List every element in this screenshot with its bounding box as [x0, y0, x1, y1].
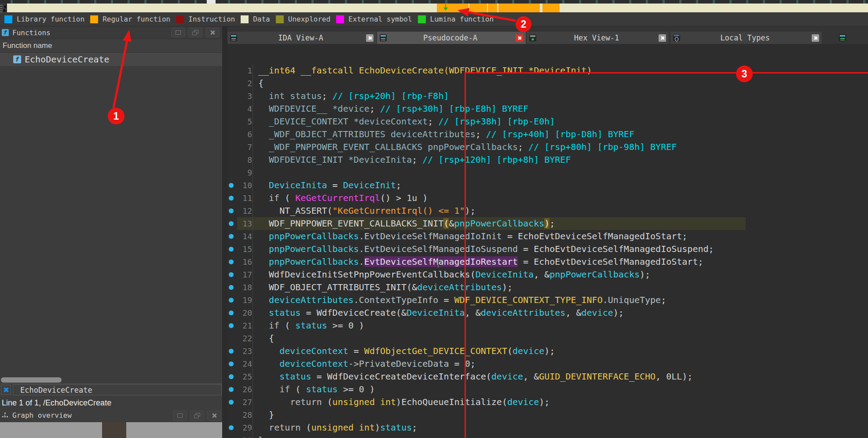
code-line-29[interactable]: 29 return (unsigned int)status;: [227, 421, 746, 434]
navband-segment[interactable]: [488, 4, 497, 12]
line-number: 24: [237, 358, 252, 370]
code-line-23[interactable]: 23 deviceContext = WdfObjectGet_DEVICE_C…: [227, 345, 746, 358]
line-number: 18: [237, 281, 252, 294]
line-number: 3: [237, 90, 252, 102]
tab-local-types[interactable]: Local Types: [670, 32, 822, 44]
code-token: _WDF_PNPPOWER_EVENT_CALLBACKS pnpPowerCa…: [258, 142, 518, 152]
code-line-10[interactable]: 10 DeviceInita = DeviceInit;: [227, 179, 746, 192]
close-button[interactable]: [207, 411, 221, 420]
code-line-25[interactable]: 25 status = WdfDeviceCreateDeviceInterfa…: [227, 370, 746, 383]
function-name-column-header[interactable]: Function name: [0, 39, 222, 53]
code-line-30[interactable]: 30}: [227, 434, 746, 438]
code-line-28[interactable]: 28 }: [227, 409, 746, 421]
navigation-band[interactable]: [7, 4, 868, 12]
code-token: 0: [359, 384, 364, 394]
code-token: pnpPowerCallbacks: [269, 244, 359, 254]
tab-hex-view-1[interactable]: Hex View-1: [527, 32, 669, 44]
code-line-12[interactable]: 12 NT_ASSERT("KeGetCurrentIrql() <= 1");: [227, 204, 746, 217]
code-token: &: [449, 218, 454, 229]
code-line-26[interactable]: 26 if ( status >= 0 ): [227, 383, 746, 396]
code-line-2[interactable]: 2{: [227, 77, 746, 90]
line-number: 8: [237, 153, 252, 166]
line-mark-dot-icon: [229, 208, 234, 213]
code-line-21[interactable]: 21 if ( status >= 0 ): [227, 319, 746, 332]
document-tab-bar: IDA View-APseudocode-AHex View-1Local Ty…: [227, 32, 868, 44]
function-list-empty-area[interactable]: [0, 66, 222, 384]
code-line-9[interactable]: 9: [227, 166, 746, 179]
line-number: 22: [237, 332, 252, 345]
code-token: );: [539, 397, 549, 407]
code-token: pnpPowerCallbacks: [549, 269, 640, 280]
pseudocode-view[interactable]: 1__int64 __fastcall EchoDeviceCreate(WDF…: [227, 44, 868, 438]
code-line-22[interactable]: 22 {: [227, 332, 746, 345]
navband-segment[interactable]: [437, 4, 469, 12]
restore-button[interactable]: [188, 28, 202, 37]
tab-pseudocode-a[interactable]: Pseudocode-A: [377, 32, 526, 44]
dock-button[interactable]: [171, 28, 185, 37]
code-line-11[interactable]: 11 if ( KeGetCurrentIrql() > 1u ): [227, 192, 746, 204]
color-legend: Library functionRegular functionInstruct…: [0, 12, 868, 26]
code-token: .: [359, 256, 364, 267]
close-view-icon[interactable]: [1, 385, 11, 395]
code-line-18[interactable]: 18 WDF_OBJECT_ATTRIBUTES_INIT(&deviceAtt…: [227, 281, 746, 294]
code-line-4[interactable]: 4 WDFDEVICE__ *device; // [rsp+30h] [rbp…: [227, 102, 746, 115]
tab-close-icon[interactable]: [812, 34, 819, 42]
bottom-tab-echodevicecreate[interactable]: EchoDeviceCreate: [13, 384, 222, 395]
code-token: ;: [476, 129, 486, 139]
scroll-left-icon[interactable]: [4, 5, 6, 8]
tab-label: Local Types: [680, 33, 810, 42]
legend-item-data: Data: [241, 15, 270, 23]
code-token: 0LL: [666, 371, 682, 382]
code-line-17[interactable]: 17 WdfDeviceInitSetPnpPowerEventCallback…: [227, 268, 746, 281]
tab-close-icon[interactable]: [659, 34, 666, 42]
navband-segment[interactable]: [498, 4, 540, 12]
line-number: 9: [237, 166, 252, 179]
legend-item-external-symbol: External symbol: [336, 15, 412, 23]
navband-segment[interactable]: [542, 4, 560, 12]
line-mark-dot-icon: [229, 196, 234, 201]
code-line-24[interactable]: 24 deviceContext->PrivateDeviceData = 0;: [227, 358, 746, 370]
code-token: [258, 180, 269, 190]
code-token: DeviceInita: [269, 180, 327, 190]
code-line-19[interactable]: 19 deviceAttributes.ContextTypeInfo = WD…: [227, 294, 746, 307]
legend-label: Library function: [17, 15, 84, 23]
code-token: // [rsp+40h] [rbp-D8h] BYREF: [486, 129, 634, 139]
scroll-right-icon[interactable]: [4, 9, 6, 12]
code-line-5[interactable]: 5 _DEVICE_CONTEXT *deviceContext; // [rs…: [227, 115, 746, 128]
code-line-20[interactable]: 20 status = WdfDeviceCreate(&DeviceInita…: [227, 307, 746, 319]
code-line-6[interactable]: 6 _WDF_OBJECT_ATTRIBUTES deviceAttribute…: [227, 128, 746, 141]
navband-scroll-arrows[interactable]: [3, 4, 7, 12]
legend-label: Unexplored: [288, 15, 330, 23]
scrollbar-thumb[interactable]: [1, 377, 62, 383]
code-token: anagedIoRestart: [438, 256, 518, 267]
code-line-7[interactable]: 7 _WDF_PNPPOWER_EVENT_CALLBACKS pnpPower…: [227, 141, 746, 153]
code-line-27[interactable]: 27 return (unsigned int)EchoQueueInitial…: [227, 396, 746, 409]
code-line-1[interactable]: 1__int64 __fastcall EchoDeviceCreate(WDF…: [227, 64, 746, 77]
code-text: [253, 166, 258, 179]
drag-handle[interactable]: [0, 4, 3, 12]
dock-button[interactable]: [173, 411, 187, 420]
line-number: 12: [237, 204, 252, 217]
code-token: WDFDEVICE__ *device: [258, 103, 370, 114]
code-line-16[interactable]: 16 pnpPowerCallbacks.EvtDeviceSelfManage…: [227, 255, 746, 268]
minimap-viewport[interactable]: [102, 422, 126, 438]
tab-ida-view-a[interactable]: IDA View-A: [227, 32, 376, 44]
graph-overview-minimap[interactable]: [0, 422, 222, 438]
line-mark-dot-icon: [229, 221, 234, 226]
tab-close-icon[interactable]: [366, 34, 374, 42]
code-line-13[interactable]: 13 WDF_PNPPOWER_EVENT_CALLBACKS_INIT(&pn…: [227, 217, 746, 230]
code-text: if ( status >= 0 ): [253, 383, 375, 396]
line-number: 5: [237, 115, 252, 128]
extra-tab-icon[interactable]: [839, 34, 846, 41]
code-line-3[interactable]: 3 int status; // [rsp+20h] [rbp-F8h]: [227, 90, 746, 102]
panel-splitter[interactable]: [222, 26, 227, 438]
code-line-14[interactable]: 14 pnpPowerCallbacks.EvtDeviceSelfManage…: [227, 230, 746, 243]
restore-button[interactable]: [190, 411, 204, 420]
code-line-15[interactable]: 15 pnpPowerCallbacks.EvtDeviceSelfManage…: [227, 243, 746, 255]
tab-close-icon[interactable]: [516, 34, 523, 42]
close-button[interactable]: [205, 28, 220, 37]
navband-segment[interactable]: [469, 4, 487, 12]
code-line-8[interactable]: 8 WDFDEVICE_INIT *DeviceInita; // [rsp+1…: [227, 153, 746, 166]
function-row[interactable]: f EchoDeviceCreate: [0, 53, 222, 66]
code-token: if: [258, 384, 290, 394]
